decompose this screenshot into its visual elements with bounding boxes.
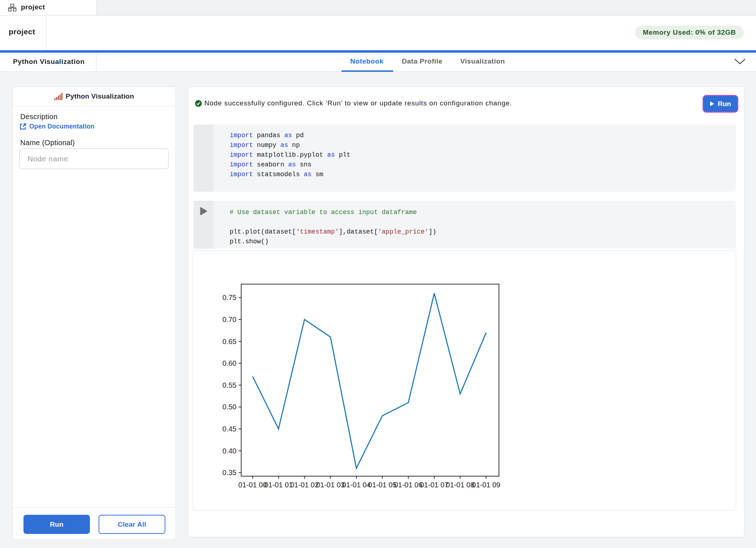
svg-text:0.75: 0.75 (222, 293, 236, 301)
svg-text:0.70: 0.70 (222, 316, 236, 323)
svg-text:01-01 04: 01-01 04 (342, 481, 371, 489)
svg-text:01-01 02: 01-01 02 (290, 481, 319, 489)
svg-text:01-01 07: 01-01 07 (420, 481, 448, 489)
svg-text:01-01 06: 01-01 06 (394, 481, 422, 489)
svg-text:01-01 00: 01-01 00 (238, 481, 267, 489)
svg-text:01-01 05: 01-01 05 (368, 481, 397, 489)
svg-text:0.60: 0.60 (222, 359, 236, 367)
svg-text:01-01 08: 01-01 08 (446, 481, 474, 489)
svg-text:0.35: 0.35 (222, 469, 236, 477)
svg-text:01-01 03: 01-01 03 (316, 481, 345, 489)
svg-text:01-01 09: 01-01 09 (472, 481, 500, 489)
svg-text:0.45: 0.45 (222, 425, 236, 433)
svg-text:0.55: 0.55 (222, 381, 236, 389)
svg-text:01-01 01: 01-01 01 (264, 481, 293, 489)
svg-text:0.40: 0.40 (222, 447, 236, 455)
svg-text:0.65: 0.65 (222, 338, 236, 345)
svg-text:0.50: 0.50 (222, 403, 236, 411)
